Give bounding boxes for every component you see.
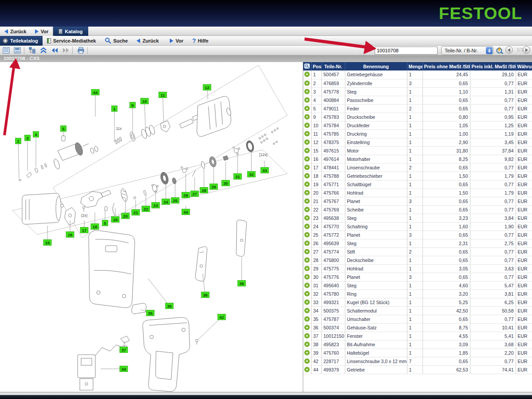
col-header-benennung[interactable]: Benennung bbox=[345, 62, 407, 70]
table-row[interactable]: 38495823Bit-Aufnahme13,093,68EUR bbox=[303, 340, 532, 348]
col-header-pos[interactable]: Pos bbox=[311, 62, 321, 70]
part-gear-cell[interactable] bbox=[303, 214, 311, 222]
table-row[interactable]: 1500457Getriebegehäuse124,4529,10EUR bbox=[303, 70, 532, 79]
part-gear-icon[interactable] bbox=[305, 216, 309, 220]
part-gear-cell[interactable] bbox=[303, 146, 311, 155]
part-gear-icon[interactable] bbox=[305, 309, 309, 313]
print-icon[interactable] bbox=[76, 46, 86, 55]
part-gear-cell[interactable] bbox=[303, 104, 311, 113]
part-gear-icon[interactable] bbox=[305, 199, 309, 203]
table-row[interactable]: 22475769Scheibe10,650,77EUR bbox=[303, 205, 532, 214]
part-gear-icon[interactable] bbox=[305, 132, 309, 136]
part-gear-cell[interactable] bbox=[303, 315, 311, 323]
back-button[interactable]: Zurück bbox=[4, 29, 27, 34]
part-gear-icon[interactable] bbox=[305, 241, 309, 245]
table-row[interactable]: 21475767Planet30,650,77EUR bbox=[303, 197, 532, 205]
part-gear-icon[interactable] bbox=[305, 368, 309, 372]
page-prev-button[interactable] bbox=[505, 46, 513, 54]
image-column-header[interactable] bbox=[303, 62, 311, 70]
table-row[interactable]: 32475780Ring13,203,81EUR bbox=[303, 289, 532, 298]
part-gear-cell[interactable] bbox=[303, 172, 311, 180]
part-gear-cell[interactable] bbox=[303, 247, 311, 256]
part-gear-cell[interactable] bbox=[303, 87, 311, 96]
part-gear-icon[interactable] bbox=[305, 98, 309, 102]
part-gear-icon[interactable] bbox=[305, 149, 309, 153]
part-gear-cell[interactable] bbox=[303, 180, 311, 188]
toolbar-back-button[interactable]: Zurück bbox=[132, 36, 163, 46]
table-row[interactable]: 19475771Schaltbügel10,650,77EUR bbox=[303, 180, 532, 188]
table-row[interactable]: 33499321Kugel (BG 12 Stück)15,256,25EUR bbox=[303, 298, 532, 306]
part-gear-icon[interactable] bbox=[305, 266, 309, 270]
part-gear-icon[interactable] bbox=[305, 233, 309, 237]
part-gear-cell[interactable] bbox=[303, 298, 311, 306]
table-row[interactable]: 15497615Motor131,8037,84EUR bbox=[303, 146, 532, 155]
table-row[interactable]: 30475776Planet30,650,77EUR bbox=[303, 273, 532, 281]
table-row[interactable]: 16497614Motorhalter18,259,82EUR bbox=[303, 155, 532, 163]
part-gear-cell[interactable] bbox=[303, 155, 311, 163]
part-gear-cell[interactable] bbox=[303, 163, 311, 172]
search-input[interactable] bbox=[375, 47, 438, 55]
table-row[interactable]: 26495639Steg12,312,75EUR bbox=[303, 239, 532, 247]
part-gear-cell[interactable] bbox=[303, 281, 311, 289]
part-gear-cell[interactable] bbox=[303, 222, 311, 231]
part-gear-icon[interactable] bbox=[305, 351, 309, 355]
part-gear-cell[interactable] bbox=[303, 205, 311, 214]
part-gear-icon[interactable] bbox=[305, 283, 309, 287]
table-row[interactable]: 18475788Getriebeschieber11,501,79EUR bbox=[303, 172, 532, 180]
table-row[interactable]: 11475785Druckring11,001,19EUR bbox=[303, 129, 532, 138]
part-gear-cell[interactable] bbox=[303, 340, 311, 348]
part-gear-icon[interactable] bbox=[305, 325, 309, 329]
col-header-teilenr[interactable]: Teile-Nr. bbox=[321, 62, 345, 70]
next-pages-icon[interactable] bbox=[61, 46, 70, 55]
part-gear-cell[interactable] bbox=[303, 348, 311, 357]
table-row[interactable]: 10475784Druckfeder11,051,25EUR bbox=[303, 121, 532, 129]
part-gear-icon[interactable] bbox=[305, 317, 309, 321]
suche-button[interactable]: Suche bbox=[100, 36, 132, 46]
tab-teilekatalog[interactable]: Teilekatalog bbox=[0, 36, 43, 46]
part-gear-icon[interactable] bbox=[305, 90, 309, 94]
prev-pages-icon[interactable] bbox=[50, 46, 59, 55]
toolbar-forward-button[interactable]: Vor bbox=[163, 36, 188, 46]
page-next-button[interactable] bbox=[523, 46, 530, 54]
part-gear-cell[interactable] bbox=[303, 79, 311, 87]
part-gear-icon[interactable] bbox=[305, 165, 309, 169]
table-row[interactable]: 28475800Deckscheibe10,650,77EUR bbox=[303, 256, 532, 264]
table-row[interactable]: 2476859Zylinderrolle30,650,77EUR bbox=[303, 79, 532, 87]
table-row[interactable]: 20475766Hohlrad11,501,79EUR bbox=[303, 188, 532, 197]
part-gear-icon[interactable] bbox=[305, 106, 309, 110]
service-mediathek-button[interactable]: Service-Mediathek bbox=[43, 36, 101, 46]
table-row[interactable]: 29475775Hohlrad13,053,63EUR bbox=[303, 264, 532, 273]
col-header-menge[interactable]: Menge bbox=[407, 62, 422, 70]
col-header-waehrung[interactable]: Währung bbox=[516, 62, 532, 70]
col-header-preis-ohne[interactable]: Preis ohne MwSt /Stk. bbox=[422, 62, 470, 70]
part-gear-cell[interactable] bbox=[303, 138, 311, 146]
part-gear-cell[interactable] bbox=[303, 256, 311, 264]
table-row[interactable]: 4400884Passscheibe10,650,77EUR bbox=[303, 96, 532, 104]
hilfe-button[interactable]: ? Hilfe bbox=[188, 36, 213, 46]
part-gear-icon[interactable] bbox=[305, 123, 309, 127]
quick-search-button[interactable] bbox=[496, 47, 504, 56]
table-row[interactable]: 3475778Steg11,101,31EUR bbox=[303, 87, 532, 96]
part-gear-icon[interactable] bbox=[305, 207, 309, 211]
part-gear-icon[interactable] bbox=[305, 275, 309, 279]
part-gear-cell[interactable] bbox=[303, 357, 311, 365]
collapse-all-icon[interactable] bbox=[39, 46, 48, 55]
part-gear-cell[interactable] bbox=[303, 129, 311, 138]
part-gear-icon[interactable] bbox=[305, 191, 309, 195]
table-row[interactable]: 36500374Gehäuse-Satz18,7510,41EUR bbox=[303, 323, 532, 332]
part-gear-icon[interactable] bbox=[305, 81, 309, 85]
part-gear-icon[interactable] bbox=[305, 258, 309, 262]
tab-katalog[interactable]: Katalog bbox=[53, 27, 88, 36]
part-gear-cell[interactable] bbox=[303, 264, 311, 273]
table-row[interactable]: 24475770Schaltring11,601,90EUR bbox=[303, 222, 532, 231]
table-row[interactable]: 3710012150Fenster14,555,41EUR bbox=[303, 332, 532, 340]
part-gear-cell[interactable] bbox=[303, 332, 311, 340]
part-gear-icon[interactable] bbox=[305, 250, 309, 254]
part-gear-cell[interactable] bbox=[303, 188, 311, 197]
table-row[interactable]: 5479011Feder20,650,77EUR bbox=[303, 104, 532, 113]
part-gear-cell[interactable] bbox=[303, 96, 311, 104]
table-row[interactable]: 31495640Steg14,605,47EUR bbox=[303, 281, 532, 289]
part-gear-icon[interactable] bbox=[305, 157, 309, 161]
part-gear-cell[interactable] bbox=[303, 273, 311, 281]
forward-button[interactable]: Vor bbox=[33, 29, 49, 34]
